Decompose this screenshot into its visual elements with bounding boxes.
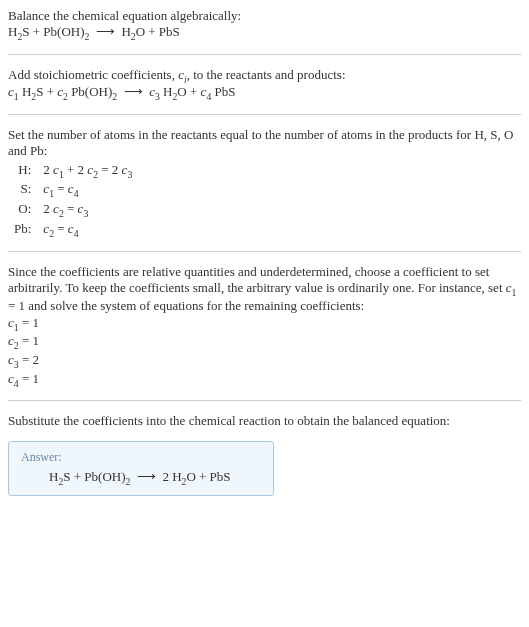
step5-text: Substitute the coefficients into the che… [8,413,521,429]
coefficient-value: c4 = 1 [8,371,521,389]
intro-text: Balance the chemical equation algebraica… [8,8,521,24]
coefficient-value: c2 = 1 [8,333,521,351]
step-solve: Since the coefficients are relative quan… [8,264,521,388]
divider [8,251,521,252]
element-label: O: [8,200,37,220]
element-label: Pb: [8,220,37,240]
table-row: S:c1 = c4 [8,180,138,200]
answer-label: Answer: [21,450,261,465]
element-label: H: [8,161,37,181]
element-label: S: [8,180,37,200]
element-equation: c1 = c4 [37,180,138,200]
balanced-equation: H2S + Pb(OH)2 ⟶ 2 H2O + PbS [21,469,261,487]
element-equation: 2 c1 + 2 c2 = 2 c3 [37,161,138,181]
unbalanced-equation: H2S + Pb(OH)2 ⟶ H2O + PbS [8,24,521,42]
answer-box: Answer: H2S + Pb(OH)2 ⟶ 2 H2O + PbS [8,441,274,496]
step-atom-balance: Set the number of atoms in the reactants… [8,127,521,239]
coefficient-value: c3 = 2 [8,352,521,370]
atom-tbody: H:2 c1 + 2 c2 = 2 c3S:c1 = c4O:2 c2 = c3… [8,161,138,239]
divider [8,54,521,55]
atom-equations-table: H:2 c1 + 2 c2 = 2 c3S:c1 = c4O:2 c2 = c3… [8,161,138,239]
step-add-coeffs: Add stoichiometric coefficients, ci, to … [8,67,521,102]
coeff-list: c1 = 1c2 = 1c3 = 2c4 = 1 [8,315,521,388]
coefficient-value: c1 = 1 [8,315,521,333]
step3-text: Set the number of atoms in the reactants… [8,127,521,159]
table-row: O:2 c2 = c3 [8,200,138,220]
step-substitute: Substitute the coefficients into the che… [8,413,521,429]
equation-with-coeffs: c1 H2S + c2 Pb(OH)2 ⟶ c3 H2O + c4 PbS [8,84,521,102]
divider [8,114,521,115]
step4-text: Since the coefficients are relative quan… [8,264,521,314]
element-equation: c2 = c4 [37,220,138,240]
table-row: H:2 c1 + 2 c2 = 2 c3 [8,161,138,181]
step2-text: Add stoichiometric coefficients, ci, to … [8,67,521,85]
element-equation: 2 c2 = c3 [37,200,138,220]
table-row: Pb:c2 = c4 [8,220,138,240]
intro-section: Balance the chemical equation algebraica… [8,8,521,42]
divider [8,400,521,401]
